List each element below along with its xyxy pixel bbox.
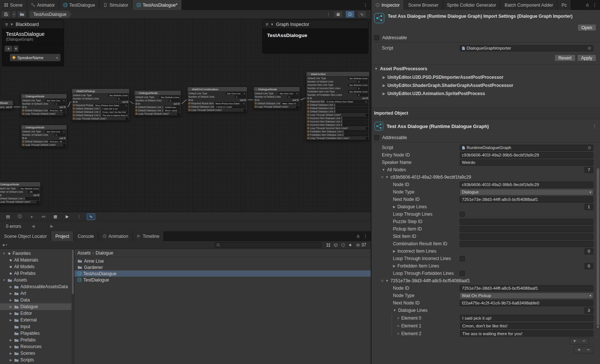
node-line-field[interactable]: Mate, that's it! [281,102,299,105]
tree-item-all-prefabs[interactable]: ★All Prefabs [0,270,74,277]
remove-element-button[interactable]: − [584,347,593,353]
node-checkbox[interactable] [126,118,128,120]
window-tab-testassdialogue[interactable]: TestAssDialogue* [133,0,182,10]
text-field-element-1[interactable]: Cmon, don't be like this! [460,323,593,329]
data-port-icon[interactable] [307,134,309,136]
revert-button[interactable]: Revert [554,54,576,61]
node-title-bar[interactable]: ≡WaitOnCombination [187,87,247,92]
node-line-field[interactable]: Cmon, don't be like this! [101,111,128,114]
data-port-icon[interactable] [189,109,190,111]
data-port-icon[interactable] [22,144,24,146]
flow-port-icon[interactable] [178,103,180,105]
flow-port-icon[interactable] [366,97,368,99]
previous-error-button[interactable]: ◀ [26,224,40,229]
node-object-field[interactable]: Shoo (Pickup Item Data)⊙ [94,104,128,107]
object-picker-icon[interactable]: ⊙ [588,46,591,51]
blackboard-property-speakername[interactable]: SpeakerName ‹ [10,54,61,61]
node-title-bar[interactable]: ≡DialogueNode [0,182,40,187]
node-line-field[interactable]: Find boy.. W [49,109,66,112]
runtime-script-field[interactable]: RuntimeDialogueGraph⊙ [460,145,593,151]
graph-node-dialoguenode[interactable]: ≡DialogueNodeDefault Line TypeSay One Li… [21,94,67,116]
data-port-icon[interactable] [22,141,24,142]
node-entry-7251e73e-38d3-44ff-a8c5-bcf54088aaf1[interactable]: =▼7251e73e-38d3-44ff-a8c5-bcf54088aaf1 [371,277,600,284]
node-number-field[interactable]: 3 [357,80,368,83]
node-line-field[interactable] [336,104,368,107]
node-number-field[interactable]: 3 [117,97,128,100]
node-checkbox[interactable] [296,106,299,108]
bottom-tab-timeline[interactable]: Timeline [133,231,164,241]
tree-item-playables[interactable]: Playables [0,330,74,337]
node-entry-c93b5606-401f-49a2-99b5-9ecbf1fa9c29[interactable]: =▼c93b5606-401f-49a2-99b5-9ecbf1fa9c29 [371,173,600,181]
data-port-icon[interactable] [73,118,75,119]
graph-edge[interactable] [300,98,306,100]
show-in-project-button[interactable] [17,11,26,18]
data-port-icon[interactable] [307,121,309,122]
info-icon[interactable]: ⓘ [16,213,24,220]
data-port-icon[interactable] [73,108,75,109]
node-checkbox[interactable] [244,109,246,111]
save-dropdown-button[interactable]: ▾ [11,11,16,18]
inspector-tab-sprite-collider-generator[interactable]: Sprite Collider Generator [443,0,501,10]
count-field-incorrect-item-lines[interactable]: 0 [584,248,593,255]
data-port-icon[interactable] [73,111,75,113]
node-number-field[interactable]: 1 [235,95,246,98]
tree-scrollbar[interactable] [71,249,74,364]
graph-node-dialoguenode[interactable]: ≡DialogueNodeDefault Line TypeSay Multip… [0,182,41,204]
add-property-button[interactable]: + [4,46,13,52]
node-title-bar[interactable]: ≡DialogueNode [254,87,300,92]
flow-port-icon[interactable] [307,97,309,99]
file-row-testassdialogue[interactable]: TestAssDialogue [74,270,371,277]
window-icon[interactable]: ▭ [39,213,48,220]
tab-bar-menu-icon[interactable]: ⋮ [363,2,368,8]
node-line-field[interactable] [336,110,368,113]
inspector-tab-batch-component-adder[interactable]: Batch Component Adder [500,0,557,10]
data-port-icon[interactable] [307,114,309,116]
node-number-field[interactable]: 2 [357,94,368,97]
node-number-field[interactable]: 1 [54,102,66,105]
postprocessor-unityeditor-shadergraph-shadergraphassetpostprocessor[interactable]: ▶UnityEditor.ShaderGraph.ShaderGraphAsse… [371,81,600,90]
node-checkbox[interactable] [366,127,368,129]
scrollbar-down-arrow[interactable]: ▼ [596,326,600,329]
project-search-input[interactable] [214,242,322,248]
text-field-element-0[interactable]: I said pick it up! [460,315,593,321]
text-field-combination-result-item-id[interactable] [460,241,593,247]
checkbox-loop-through-lines[interactable] [460,212,465,217]
node-line-field[interactable]: The ass is waiting there for y [101,114,128,117]
data-port-icon[interactable] [255,102,257,104]
play-icon[interactable]: ▶ [63,213,71,220]
node-checkbox[interactable] [177,113,180,115]
node-line-field[interactable] [343,124,368,127]
apply-button[interactable]: Apply [577,54,596,61]
add-property-dropdown[interactable]: ▾ [13,46,19,52]
node-line-field[interactable] [344,134,368,136]
package-visibility-icon[interactable] [334,243,338,247]
tree-item-dialogue[interactable]: ▶Dialogue [0,303,74,310]
node-dropdown[interactable]: Say Multiple Lines▾ [19,187,39,190]
tools-icon[interactable]: + [27,213,36,220]
file-row-testdialogue[interactable]: TestDialogue [74,277,371,283]
text-field-speaker-name[interactable]: Weirdo [460,159,593,166]
node-checkbox[interactable] [366,137,368,139]
flow-port-icon[interactable] [64,106,66,108]
node-line-field[interactable]: Mmm, good.. [164,109,180,112]
blackboard-header[interactable]: ≡ ▼ Blackboard [2,20,64,29]
tree-item-scripts[interactable]: ▶Scripts [0,357,74,363]
window-tab-animator[interactable]: Animator [27,0,59,10]
node-line-field[interactable] [344,130,368,133]
bottom-tab-scene-object-locator[interactable]: Scene Object Locator [0,231,51,241]
node-line-field[interactable]: I need my meat! [215,105,246,108]
flow-port-icon[interactable] [255,99,257,101]
add-element-button[interactable]: + [570,338,579,344]
graph-edge[interactable] [181,100,187,104]
inspector-scrollbar[interactable]: ▼ [596,168,600,331]
graph-inspector-menu-icon[interactable]: ≡ [266,22,268,27]
data-port-icon[interactable] [307,101,309,102]
graph-node-dialoguenode[interactable]: ≡DialogueNodeDefault Line TypeSay One Li… [253,87,300,109]
node-dropdown[interactable]: Say One Line▾ [46,99,66,102]
tree-item-data[interactable]: ▶Data [0,297,74,303]
node-dropdown[interactable]: Say Multiple Lines▾ [348,84,368,87]
bottom-tab-menu-icon[interactable]: ⋮ [363,233,368,239]
node-dropdown[interactable]: Say One Line▾ [279,92,299,95]
node-title-bar[interactable]: ≡DialogueNode [21,94,67,99]
data-port-icon[interactable] [255,106,257,108]
